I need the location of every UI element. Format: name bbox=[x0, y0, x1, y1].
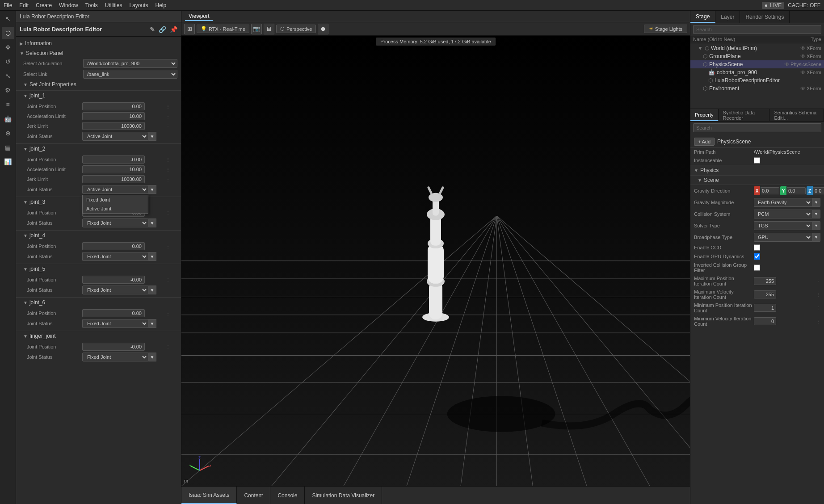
enable-ccd-checkbox[interactable] bbox=[754, 244, 760, 251]
menu-create[interactable]: Create bbox=[36, 2, 52, 8]
joint-1-header[interactable]: ▼ joint_1 bbox=[16, 91, 181, 101]
joint6-status-arrow[interactable]: ▼ bbox=[148, 319, 156, 328]
popup-item-fixed[interactable]: Fixed Joint bbox=[83, 195, 148, 204]
broadphase-type-select[interactable]: GPU bbox=[754, 233, 812, 242]
stage-search-input[interactable] bbox=[693, 25, 821, 34]
viewport-container[interactable]: Process Memory: 5.2 GiB used, 17.2 GiB a… bbox=[181, 36, 690, 486]
prop-tab-semantics[interactable]: Semantics Schema Editi... bbox=[769, 109, 824, 121]
sidebar-icon-cube[interactable]: ⬡ bbox=[2, 27, 14, 39]
min-vel-iter-input[interactable] bbox=[754, 317, 776, 325]
menu-utilities[interactable]: Utilities bbox=[105, 2, 122, 8]
viewport-perspective-btn[interactable]: ⬡ Perspective bbox=[276, 25, 316, 33]
tree-row-physics-scene[interactable]: ⬡ PhysicsScene 👁 PhysicsScene bbox=[690, 60, 824, 68]
viewport-home-btn[interactable]: ⊞ bbox=[184, 24, 195, 34]
joint-2-header[interactable]: ▼ joint_2 bbox=[16, 144, 181, 154]
viewport-rtx-btn[interactable]: 💡 RTX - Real-Time bbox=[197, 25, 249, 33]
stage-lights-btn[interactable]: ☀ Stage Lights bbox=[644, 25, 687, 33]
menu-help[interactable]: Help bbox=[155, 2, 166, 8]
joint-4-header[interactable]: ▼ joint_4 bbox=[16, 231, 181, 240]
joint-6-header[interactable]: ▼ joint_6 bbox=[16, 298, 181, 307]
enable-gpu-dynamics-checkbox[interactable] bbox=[754, 253, 760, 260]
prop-add-button[interactable]: + Add bbox=[694, 138, 715, 146]
tree-row-groundplane[interactable]: ⬡ GroundPlane 👁 XForm bbox=[690, 52, 824, 60]
stage-tab-stage[interactable]: Stage bbox=[690, 11, 715, 23]
viewport-camera-btn[interactable]: 📷 bbox=[251, 24, 262, 34]
joint1-accel-input[interactable] bbox=[82, 112, 145, 120]
select-articulation-select[interactable]: /World/cobotta_pro_900 bbox=[83, 59, 177, 68]
popup-item-active[interactable]: Active Joint bbox=[83, 204, 148, 213]
sidebar-icon-physics[interactable]: ⊕ bbox=[2, 127, 14, 139]
menu-layouts[interactable]: Layouts bbox=[129, 2, 148, 8]
joint5-status-arrow[interactable]: ▼ bbox=[148, 286, 156, 294]
joint-5-header[interactable]: ▼ joint_5 bbox=[16, 264, 181, 274]
menu-tools[interactable]: Tools bbox=[85, 2, 98, 8]
edit-icon[interactable]: ✎ bbox=[150, 26, 155, 33]
joint1-status-arrow[interactable]: ▼ bbox=[148, 132, 156, 141]
sidebar-icon-move[interactable]: ✥ bbox=[2, 41, 14, 54]
min-pos-iter-input[interactable] bbox=[754, 304, 776, 312]
joint4-status-arrow[interactable]: ▼ bbox=[148, 252, 156, 261]
tree-eye-environment[interactable]: 👁 bbox=[800, 85, 806, 92]
viewport-record-btn[interactable]: ⏺ bbox=[318, 24, 328, 34]
bottom-tab-sim-data[interactable]: Simulation Data Visualizer bbox=[305, 487, 382, 504]
gravity-magnitude-arrow[interactable]: ▼ bbox=[812, 198, 820, 207]
joint6-position-input[interactable] bbox=[82, 309, 145, 317]
sidebar-icon-scale[interactable]: ⤡ bbox=[2, 70, 14, 82]
sidebar-icon-chart[interactable]: 📊 bbox=[2, 155, 14, 168]
gravity-x-input[interactable] bbox=[761, 187, 779, 194]
joint5-status-select[interactable]: Fixed Joint Active Joint bbox=[82, 286, 148, 294]
joint5-position-input[interactable] bbox=[82, 276, 145, 284]
tree-row-lula[interactable]: ⬡ LulaRobotDescriptionEditor bbox=[690, 76, 824, 84]
sidebar-icon-gear[interactable]: ⚙ bbox=[2, 84, 14, 97]
menu-file[interactable]: File bbox=[4, 2, 12, 8]
joint3-status-arrow[interactable]: ▼ bbox=[148, 218, 156, 227]
tree-row-environment[interactable]: ⬡ Environment 👁 XForm bbox=[690, 84, 824, 92]
max-pos-iter-input[interactable] bbox=[754, 277, 776, 285]
joint1-status-select[interactable]: Active Joint Fixed Joint bbox=[82, 132, 148, 141]
link-icon[interactable]: 🔗 bbox=[159, 26, 166, 33]
sidebar-icon-rotate[interactable]: ↺ bbox=[2, 55, 14, 68]
prop-tab-property[interactable]: Property bbox=[690, 109, 719, 121]
bottom-tab-console[interactable]: Console bbox=[270, 487, 305, 504]
collision-system-select[interactable]: PCM bbox=[754, 210, 812, 218]
collision-system-arrow[interactable]: ▼ bbox=[812, 210, 820, 218]
instanceable-checkbox[interactable] bbox=[754, 157, 760, 164]
solver-type-arrow[interactable]: ▼ bbox=[812, 221, 820, 230]
pin-icon[interactable]: 📌 bbox=[170, 26, 177, 33]
gravity-magnitude-select[interactable]: Earth Gravity bbox=[754, 198, 812, 207]
sidebar-icon-arrow[interactable]: ↖ bbox=[2, 13, 14, 25]
scene-sub-section[interactable]: ▼ Scene bbox=[690, 176, 824, 185]
joint4-status-select[interactable]: Fixed Joint Active Joint bbox=[82, 252, 148, 261]
solver-type-select[interactable]: TGS bbox=[754, 221, 812, 230]
menu-edit[interactable]: Edit bbox=[19, 2, 29, 8]
joint2-jerk-input[interactable] bbox=[82, 175, 145, 183]
prop-tab-synthetic[interactable]: Synthetic Data Recorder bbox=[719, 109, 770, 121]
bottom-tab-content[interactable]: Content bbox=[237, 487, 270, 504]
prop-search-input[interactable] bbox=[693, 123, 821, 132]
joint-finger-header[interactable]: ▼ finger_joint bbox=[16, 331, 181, 341]
sidebar-icon-robot[interactable]: 🤖 bbox=[2, 113, 14, 125]
tree-eye-groundplane[interactable]: 👁 bbox=[800, 53, 806, 59]
joint1-jerk-input[interactable] bbox=[82, 122, 145, 130]
stage-tab-render[interactable]: Render Settings bbox=[740, 11, 790, 23]
tree-eye-world[interactable]: 👁 bbox=[800, 45, 806, 51]
physics-section-header[interactable]: ▼ Physics bbox=[690, 165, 824, 176]
menu-window[interactable]: Window bbox=[59, 2, 78, 8]
joint3-status-select[interactable]: Fixed Joint Active Joint bbox=[82, 218, 148, 227]
joint6-status-select[interactable]: Fixed Joint Active Joint bbox=[82, 319, 148, 328]
joint2-status-select[interactable]: Active Joint Fixed Joint bbox=[82, 185, 148, 194]
gravity-z-input[interactable] bbox=[813, 187, 824, 194]
joint2-position-input[interactable] bbox=[82, 155, 145, 164]
max-vel-iter-input[interactable] bbox=[754, 290, 776, 298]
tree-row-world[interactable]: ▼ ⬡ World (defaultPrim) 👁 XForm bbox=[690, 44, 824, 52]
broadphase-type-arrow[interactable]: ▼ bbox=[812, 233, 820, 242]
select-link-select[interactable]: /base_link bbox=[83, 70, 177, 79]
sidebar-icon-layers[interactable]: ≡ bbox=[2, 98, 14, 111]
section-joint-properties[interactable]: ▼ Set Joint Properties bbox=[16, 80, 181, 89]
viewport-tab[interactable]: Viewport bbox=[185, 12, 213, 21]
joint-finger-status-select[interactable]: Fixed Joint Active Joint bbox=[82, 353, 148, 361]
joint1-position-input[interactable] bbox=[82, 102, 145, 110]
tree-eye-physics[interactable]: 👁 bbox=[784, 61, 790, 67]
joint-finger-position-input[interactable] bbox=[82, 343, 145, 351]
joint2-accel-input[interactable] bbox=[82, 165, 145, 173]
